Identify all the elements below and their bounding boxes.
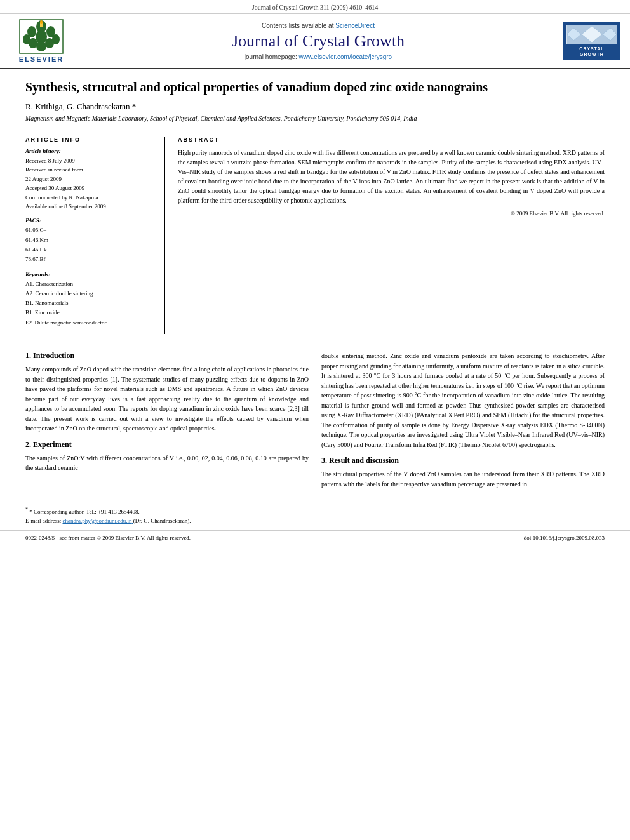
keywords-label: Keywords: [25, 271, 155, 277]
issn-line: 0022-0248/$ - see front matter © 2009 El… [25, 535, 191, 541]
corresponding-author-note: * * Corresponding author. Tel.: +91 413 … [25, 506, 605, 517]
pacs-code-2: 61.46.Km [25, 236, 155, 245]
section2-text: The samples of ZnO:V with different conc… [25, 453, 309, 473]
section2-right-text: double sintering method. Zinc oxide and … [321, 351, 605, 450]
section2-title: 2. Experiment [25, 440, 309, 450]
pacs-label: PACS: [25, 217, 155, 223]
section3-title: 3. Result and discussion [321, 456, 605, 465]
article-title: Synthesis, strucutral and optical proper… [25, 79, 605, 95]
article-info-col: ARTICLE INFO Article history: Received 8… [25, 137, 165, 334]
elsevier-text: ELSEVIER [19, 55, 64, 63]
received-date: Received 8 July 2009 [25, 156, 155, 165]
header-center: Contents lists available at ScienceDirec… [83, 19, 554, 63]
svg-point-7 [29, 38, 37, 48]
keyword-1: A1. Characterization [25, 279, 155, 289]
article-history: Article history: Received 8 July 2009 Re… [25, 148, 155, 211]
article-info-heading: ARTICLE INFO [25, 137, 155, 143]
header-section: ELSEVIER Contents lists available at Sci… [0, 14, 630, 69]
article-authors: R. Krithiga, G. Chandrasekaran * [25, 102, 605, 112]
svg-point-11 [40, 20, 43, 24]
bottom-bar: 0022-0248/$ - see front matter © 2009 El… [0, 530, 630, 545]
keyword-5: E2. Dilute magnetic semiconductor [25, 318, 155, 328]
section3-para1: The structural properties of the V doped… [321, 469, 605, 489]
crystal-growth-logo: CRYSTALGROWTH [563, 22, 620, 60]
corresponding-star: * [25, 509, 28, 515]
copyright-line: © 2009 Elsevier B.V. All rights reserved… [178, 210, 605, 217]
article-content: Synthesis, strucutral and optical proper… [0, 69, 630, 351]
section2-right-para1: double sintering method. Zinc oxide and … [321, 351, 605, 450]
page-wrapper: Journal of Crystal Growth 311 (2009) 461… [0, 0, 630, 545]
email-person: (Dr. G. Chandrasekaran). [133, 517, 191, 524]
keyword-4: B1. Zinc oxide [25, 308, 155, 317]
svg-point-8 [45, 38, 54, 48]
pacs-code-3: 61.46.Hk [25, 245, 155, 255]
author-affiliation: Magnetism and Magnetic Materials Laborat… [25, 115, 605, 122]
corresponding-label: * Corresponding author. Tel.: +91 413 26… [29, 509, 140, 515]
email-link[interactable]: chandra.phy@pondiuni.edu.in [62, 517, 133, 524]
contents-text: Contents lists available at [262, 22, 333, 29]
pacs-code-1: 61.05.C– [25, 225, 155, 235]
section3-text: The structural properties of the V doped… [321, 469, 605, 489]
history-label: Article history: [25, 148, 155, 154]
section2-para1: The samples of ZnO:V with different conc… [25, 453, 309, 473]
elsevier-tree-icon [19, 19, 64, 54]
main-body: 1. Introduction Many compounds of ZnO do… [0, 351, 630, 494]
pacs-code-4: 78.67.Bf [25, 255, 155, 264]
section1-text: Many compounds of ZnO doped with the tra… [25, 364, 309, 434]
crystal-logo-svg [567, 25, 617, 44]
journal-citation: Journal of Crystal Growth 311 (2009) 461… [252, 4, 379, 11]
body-left-col: 1. Introduction Many compounds of ZnO do… [25, 351, 309, 494]
journal-homepage-line: journal homepage: www.elsevier.com/locat… [245, 53, 392, 60]
crystal-logo-text: CRYSTALGROWTH [579, 46, 604, 57]
doi-line: doi:10.1016/j.jcrysgro.2009.08.033 [524, 535, 605, 541]
sciencedirect-link[interactable]: ScienceDirect [335, 22, 375, 29]
body-right-col: double sintering method. Zinc oxide and … [321, 351, 605, 494]
received-revised: Received in revised form22 August 2009 [25, 165, 155, 183]
keyword-2: A2. Ceramic double sintering [25, 289, 155, 298]
abstract-text: High purity nanorods of vanadium doped z… [178, 148, 605, 205]
header-left: ELSEVIER [6, 19, 76, 63]
journal-top-line: Journal of Crystal Growth 311 (2009) 461… [0, 0, 630, 14]
sciencedirect-line: Contents lists available at ScienceDirec… [262, 22, 375, 29]
email-note: E-mail address: chandra.phy@pondiuni.edu… [25, 517, 605, 526]
abstract-heading: ABSTRACT [178, 137, 605, 143]
keywords-section: Keywords: A1. Characterization A2. Ceram… [25, 271, 155, 328]
footnote-area: * * Corresponding author. Tel.: +91 413 … [0, 502, 630, 525]
pacs-section: PACS: 61.05.C– 61.46.Km 61.46.Hk 78.67.B… [25, 217, 155, 264]
header-right: CRYSTALGROWTH [560, 19, 624, 63]
section1-title: 1. Introduction [25, 351, 309, 361]
crystal-logo-image [566, 25, 617, 45]
keyword-3: B1. Nanomaterials [25, 298, 155, 308]
body-two-col: 1. Introduction Many compounds of ZnO do… [25, 351, 605, 494]
svg-point-9 [36, 41, 46, 51]
email-label: E-mail address: [25, 517, 61, 524]
homepage-link[interactable]: www.elsevier.com/locate/jcrysgro [298, 53, 392, 60]
available-online: Available online 8 September 2009 [25, 202, 155, 211]
elsevier-logo: ELSEVIER [19, 19, 64, 63]
accepted-date: Accepted 30 August 2009 [25, 183, 155, 192]
abstract-col: ABSTRACT High purity nanorods of vanadiu… [178, 137, 605, 334]
section1-para1: Many compounds of ZnO doped with the tra… [25, 364, 309, 434]
homepage-label: journal homepage: [245, 53, 297, 60]
journal-title-header: Journal of Crystal Growth [232, 32, 405, 51]
communicated-by: Communicated by K. Nakajima [25, 193, 155, 202]
article-info-abstract-section: ARTICLE INFO Article history: Received 8… [25, 130, 605, 334]
